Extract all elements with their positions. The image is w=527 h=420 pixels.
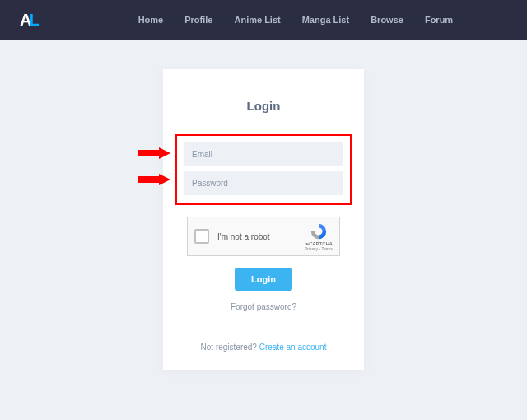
nav-link-profile[interactable]: Profile: [184, 15, 212, 25]
nav-link-forum[interactable]: Forum: [425, 15, 453, 25]
password-input[interactable]: [184, 171, 343, 195]
recaptcha-badge: reCAPTCHA Privacy - Terms: [305, 222, 333, 251]
input-highlight-box: [175, 134, 352, 205]
arrow-icon: [138, 174, 170, 185]
arrow-icon: [138, 147, 170, 159]
navbar: A L Home Profile Anime List Manga List B…: [0, 0, 527, 40]
logo[interactable]: A L: [20, 11, 40, 30]
recaptcha-text: I'm not a robot: [217, 232, 305, 241]
nav-link-manga-list[interactable]: Manga List: [302, 15, 349, 25]
login-button[interactable]: Login: [235, 268, 292, 291]
not-registered-text: Not registered? Create an account: [201, 343, 327, 352]
recaptcha-widget: I'm not a robot reCAPTCHA Privacy - Term…: [187, 217, 340, 256]
recaptcha-checkbox[interactable]: [194, 229, 209, 244]
create-account-link[interactable]: Create an account: [259, 343, 327, 352]
nav-links: Home Profile Anime List Manga List Brows…: [138, 15, 453, 25]
login-card: Login I'm not a robot reCAPTCHA Privacy …: [163, 69, 364, 370]
nav-link-anime-list[interactable]: Anime List: [234, 15, 280, 25]
svg-marker-1: [138, 174, 170, 185]
logo-letter-l: L: [29, 11, 39, 30]
forgot-password-link[interactable]: Forgot password?: [231, 302, 296, 311]
nav-link-browse[interactable]: Browse: [371, 15, 403, 25]
email-input[interactable]: [184, 142, 343, 166]
recaptcha-privacy-terms[interactable]: Privacy - Terms: [305, 246, 333, 251]
login-title: Login: [247, 99, 281, 113]
recaptcha-icon: [310, 222, 328, 240]
nav-link-home[interactable]: Home: [138, 15, 164, 25]
svg-marker-0: [138, 147, 170, 159]
